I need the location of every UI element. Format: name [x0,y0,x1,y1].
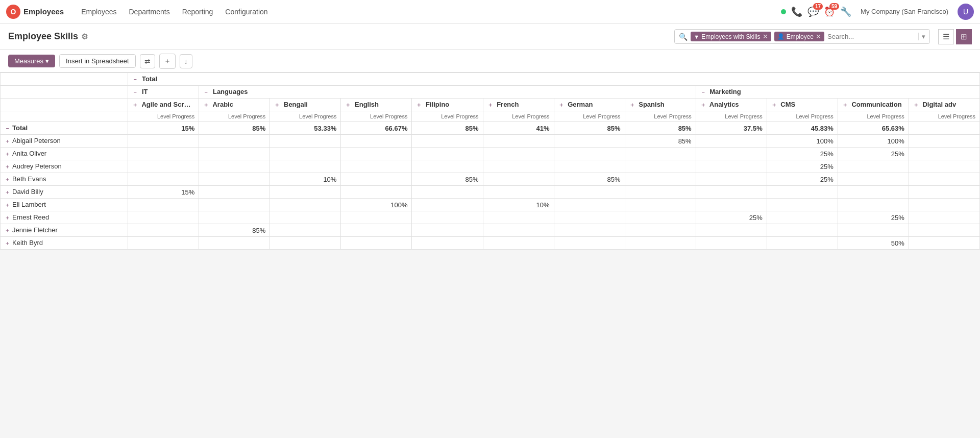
subheader-row: Level Progress Level Progress Level Prog… [1,111,980,122]
cell-eli-6 [554,199,625,211]
cell-keith-1 [199,237,270,250]
cell-ernest-9 [767,211,838,224]
page-settings-icon[interactable]: ⚙ [81,32,88,41]
cell-jennie-8 [696,224,767,237]
top-group-collapse-icon[interactable]: － [132,76,138,82]
spanish-expand-icon[interactable]: ＋ [629,102,635,108]
col-french: ＋ French [483,99,554,111]
row-label-audrey[interactable]: ＋Audrey Peterson [1,160,128,173]
cell-jennie-9 [767,224,838,237]
cell-beth-10 [838,173,909,186]
cms-expand-icon[interactable]: ＋ [771,102,777,108]
row-label-beth[interactable]: ＋Beth Evans [1,173,128,186]
pivot-table: － Total － IT － Languages － Marketing [0,72,980,250]
cell-beth-7 [625,173,696,186]
col-agile: ＋ Agile and Scrum methodologies [128,99,199,111]
row-expand-icon-anita[interactable]: ＋ [5,151,10,157]
user-avatar[interactable]: U [958,4,974,20]
col-header-empty [1,99,128,111]
row-label-david[interactable]: ＋David Billy [1,186,128,199]
cell-david-11 [909,186,979,199]
row-expand-icon-ernest[interactable]: ＋ [5,214,10,221]
bengali-expand-icon[interactable]: ＋ [274,102,280,108]
digital-expand-icon[interactable]: ＋ [913,102,919,108]
cell-eli-1 [199,199,270,211]
filipino-expand-icon[interactable]: ＋ [416,102,422,108]
nav-departments[interactable]: Departments [124,6,175,18]
english-expand-icon[interactable]: ＋ [345,102,351,108]
cell-audrey-2 [270,160,341,173]
row-expand-icon-keith[interactable]: ＋ [5,240,10,246]
activity-icon[interactable]: ⏰ 59 [824,6,835,17]
arabic-expand-icon[interactable]: ＋ [203,102,209,108]
row-label-keith[interactable]: ＋Keith Byrd [1,237,128,250]
languages-group-header: － Languages [199,86,696,99]
row-label-anita[interactable]: ＋Anita Oliver [1,148,128,160]
cell-anita-9: 25% [767,148,838,160]
company-name: My Company (San Francisco) [861,8,948,15]
cell-audrey-1 [199,160,270,173]
languages-collapse-icon[interactable]: － [203,89,209,95]
nav-configuration[interactable]: Configuration [220,6,273,18]
remove-filter-skills[interactable]: ✕ [763,33,768,40]
cell-anita-11 [909,148,979,160]
column-names-row: ＋ Agile and Scrum methodologies ＋ Arabic… [1,99,980,111]
row-expand-icon-jennie[interactable]: ＋ [5,227,10,233]
row-expand-icon-abigail[interactable]: ＋ [5,138,10,144]
row-label-total[interactable]: －Total [1,122,128,135]
row-expand-icon-david[interactable]: ＋ [5,189,10,195]
measures-button[interactable]: Measures ▾ [8,55,55,67]
employee-filter-icon: 👤 [777,33,785,40]
row-expand-icon-audrey[interactable]: ＋ [5,163,10,169]
cell-beth-11 [909,173,979,186]
add-button[interactable]: ＋ [159,54,176,69]
it-collapse-icon[interactable]: － [132,89,138,95]
cell-anita-5 [483,148,554,160]
nav-employees[interactable]: Employees [76,6,121,18]
row-expand-icon-total[interactable]: － [5,125,10,131]
cell-audrey-4 [412,160,483,173]
row-expand-icon-beth[interactable]: ＋ [5,176,10,182]
cell-abigail-1 [199,135,270,148]
cell-david-8 [696,186,767,199]
german-expand-icon[interactable]: ＋ [558,102,564,108]
french-expand-icon[interactable]: ＋ [487,102,493,108]
table-row: ＋Eli Lambert100%10% [1,199,980,211]
insert-spreadsheet-button[interactable]: Insert in Spreadsheet [59,54,136,68]
search-input[interactable] [827,33,913,40]
row-label-ernest[interactable]: ＋Ernest Reed [1,211,128,224]
marketing-collapse-icon[interactable]: － [700,89,706,95]
col-english: ＋ English [341,99,412,111]
cell-eli-4 [412,199,483,211]
communication-expand-icon[interactable]: ＋ [842,102,848,108]
cell-abigail-6 [554,135,625,148]
col-arabic: ＋ Arabic [199,99,270,111]
row-label-jennie[interactable]: ＋Jennie Fletcher [1,224,128,237]
list-view-btn[interactable]: ☰ [938,29,954,44]
agile-expand-icon[interactable]: ＋ [132,102,138,108]
row-expand-icon-eli[interactable]: ＋ [5,202,10,208]
swap-button[interactable]: ⇄ [140,54,155,68]
cell-abigail-5 [483,135,554,148]
remove-filter-employee[interactable]: ✕ [816,33,821,40]
filter-tag-skills[interactable]: ▼ Employees with Skills ✕ [691,32,771,41]
filter-tag-employee[interactable]: 👤 Employee ✕ [774,32,824,41]
cell-anita-0 [128,148,199,160]
analytics-expand-icon[interactable]: ＋ [700,102,706,108]
search-dropdown-icon[interactable]: ▾ [918,33,925,40]
cell-anita-8 [696,148,767,160]
pivot-view-btn[interactable]: ⊞ [956,29,972,44]
nav-reporting[interactable]: Reporting [177,6,218,18]
settings-icon[interactable]: 🔧 [840,6,851,17]
cell-abigail-11 [909,135,979,148]
cell-total-11 [909,122,979,135]
cell-total-4: 85% [412,122,483,135]
col-communication: ＋ Communication [838,99,909,111]
phone-icon[interactable]: 📞 [791,6,802,17]
app-logo: O Employees [6,5,70,19]
cell-jennie-11 [909,224,979,237]
row-label-abigail[interactable]: ＋Abigail Peterson [1,135,128,148]
chat-icon[interactable]: 💬 17 [807,6,819,17]
row-label-eli[interactable]: ＋Eli Lambert [1,199,128,211]
download-button[interactable]: ↓ [180,54,192,68]
